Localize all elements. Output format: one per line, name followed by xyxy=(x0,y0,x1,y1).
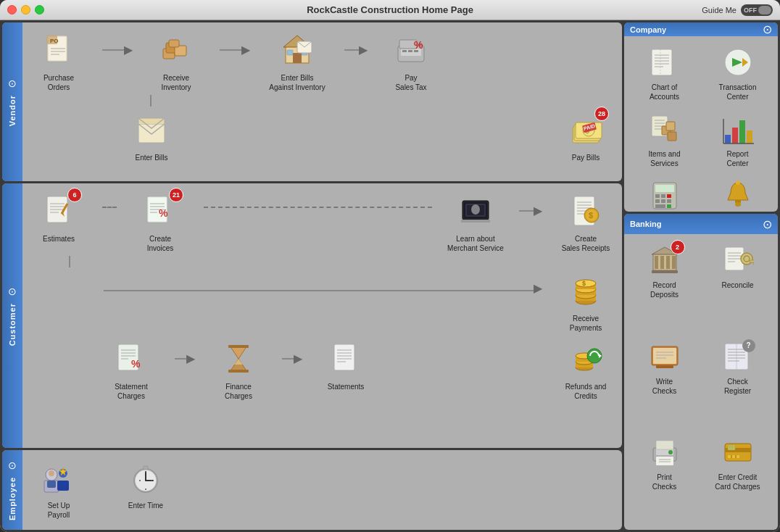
statement-charges-item[interactable]: % StatementCharges xyxy=(102,338,160,401)
chart-of-accounts-item[interactable]: Chart ofAccounts xyxy=(628,41,700,106)
record-deposits-item[interactable]: 2 RecordD xyxy=(628,238,700,333)
reconcile-item[interactable]: Reconcile xyxy=(702,238,773,333)
arrow-sc-fc: ▶ xyxy=(175,352,195,365)
enter-credit-card-icon-box xyxy=(721,435,755,470)
svg-rect-99 xyxy=(57,481,69,491)
write-checks-icon xyxy=(649,341,681,373)
record-deposits-label: RecordDeposits xyxy=(650,280,679,299)
finance-charges-icon-box xyxy=(218,338,259,379)
receive-payments-icon: $ xyxy=(568,273,603,308)
purchase-orders-icon-box: PO xyxy=(38,30,79,70)
transaction-center-item[interactable]: TransactionCenter xyxy=(702,41,773,106)
check-register-item[interactable]: ? CheckRegi xyxy=(702,335,773,430)
receive-payments-item[interactable]: $ ReceivePayments xyxy=(557,270,615,333)
pay-bills-icon-box: 28 $ PAID xyxy=(565,109,606,150)
employee-tab[interactable]: ⊙ Employee xyxy=(2,450,22,530)
refunds-credits-icon-box xyxy=(565,338,606,379)
pay-sales-tax-label: PaySales Tax xyxy=(395,73,426,92)
statement-charges-icon-box: % xyxy=(111,338,152,379)
merchant-service-item[interactable]: Learn aboutMerchant Service xyxy=(447,191,505,253)
report-center-item[interactable]: ReportCenter xyxy=(702,107,773,173)
maximize-button[interactable] xyxy=(35,5,44,14)
enter-time-icon xyxy=(128,460,163,495)
estimates-label: Estimates xyxy=(43,234,75,244)
h-connector-row2 xyxy=(104,290,534,291)
vendor-content: PO PurchaseOrders ▶ xyxy=(22,22,622,181)
employee-section: ⊙ Employee xyxy=(2,450,622,530)
minimize-button[interactable] xyxy=(21,5,30,14)
vendor-chevron-icon: ⊙ xyxy=(8,78,17,89)
reminders-item[interactable]: Reminders xyxy=(702,174,773,212)
svg-rect-130 xyxy=(739,120,745,144)
adjust-quantity-item[interactable]: Adjust QuantityOn Hand xyxy=(628,174,700,212)
arrow-icon5: ▶ xyxy=(534,281,542,295)
employee-chevron-icon: ⊙ xyxy=(8,460,17,471)
write-checks-item[interactable]: WriteChecks xyxy=(628,335,700,430)
vendor-label: Vendor xyxy=(8,95,17,126)
pay-sales-tax-icon-box: % xyxy=(391,30,431,70)
set-up-payroll-label: Set UpPayroll xyxy=(48,501,70,520)
vendor-tab[interactable]: ⊙ Vendor xyxy=(2,22,22,181)
svg-rect-186 xyxy=(728,455,731,458)
pay-bills-item[interactable]: 28 $ PAID xyxy=(557,109,615,162)
finance-charges-icon xyxy=(221,341,256,376)
print-checks-label: PrintChecks xyxy=(652,473,676,491)
customer-tab[interactable]: ⊙ Customer xyxy=(2,183,22,448)
arrow-icon: ▶ xyxy=(124,43,133,57)
statements-item[interactable]: Statements xyxy=(317,338,375,391)
svg-rect-150 xyxy=(660,256,664,269)
enter-bills-inventory-item[interactable]: Enter BillsAgainst Inventory xyxy=(265,30,330,92)
question-mark: ? xyxy=(746,341,750,349)
items-services-icon-box xyxy=(647,112,682,146)
svg-rect-10 xyxy=(169,40,179,47)
svg-rect-97 xyxy=(47,481,56,488)
banking-header: Banking ⊙ xyxy=(624,214,778,234)
enter-credit-card-item[interactable]: Enter CreditCard Charges xyxy=(702,431,773,525)
refunds-credits-item[interactable]: Refunds andCredits xyxy=(557,338,615,401)
create-invoices-icon-box: 21 % xyxy=(140,191,181,231)
pay-sales-tax-item[interactable]: % PaySales Tax xyxy=(382,30,440,92)
svg-rect-135 xyxy=(655,185,674,192)
svg-rect-188 xyxy=(737,455,739,458)
close-button[interactable] xyxy=(7,5,17,14)
svg-rect-187 xyxy=(732,455,735,458)
estimates-item[interactable]: 6 xyxy=(30,191,88,244)
statements-icon xyxy=(328,341,363,376)
ai7: ▶ xyxy=(294,352,302,365)
vertical-connector xyxy=(131,95,615,107)
svg-rect-19 xyxy=(402,50,407,52)
reconcile-icon xyxy=(722,244,754,276)
svg-rect-20 xyxy=(408,50,412,52)
receive-payments-icon-box: $ xyxy=(565,270,606,311)
window-title: RockCastle Construction Home Page xyxy=(307,4,473,15)
purchase-orders-item[interactable]: PO PurchaseOrders xyxy=(30,30,88,92)
enter-bills-inv-icon-box xyxy=(277,30,318,70)
print-checks-icon xyxy=(649,436,681,468)
merchant-service-label: Learn aboutMerchant Service xyxy=(447,234,504,253)
print-checks-item[interactable]: PrintChecks xyxy=(628,431,700,525)
create-invoices-item[interactable]: 21 % xyxy=(131,191,189,253)
svg-rect-139 xyxy=(655,199,660,203)
connector-line xyxy=(102,49,124,51)
title-bar: RockCastle Construction Home Page Guide … xyxy=(0,0,780,20)
items-services-icon xyxy=(649,113,681,145)
svg-rect-14 xyxy=(287,50,293,55)
set-up-payroll-item[interactable]: Set UpPayroll xyxy=(30,457,88,520)
refunds-credits-label: Refunds andCredits xyxy=(565,382,607,401)
statement-charges-icon: % xyxy=(114,341,149,376)
merchant-service-icon-box xyxy=(455,191,496,231)
svg-rect-149 xyxy=(655,256,658,269)
enter-bills-item[interactable]: Enter Bills xyxy=(123,109,181,162)
finance-charges-item[interactable]: FinanceCharges xyxy=(209,338,267,401)
items-services-item[interactable]: Items andServices xyxy=(628,107,700,173)
receive-inventory-item[interactable]: ReceiveInventory xyxy=(147,30,205,92)
enter-time-icon-box xyxy=(125,457,166,498)
enter-time-item[interactable]: Enter Time xyxy=(117,457,175,510)
guide-me-toggle[interactable]: OFF xyxy=(741,4,773,16)
svg-rect-127 xyxy=(668,132,676,141)
reconcile-label: Reconcile xyxy=(722,280,754,290)
create-sales-receipts-item[interactable]: $ CreateSales Receipts xyxy=(557,191,615,253)
customer-content: 6 xyxy=(22,183,622,448)
employee-label: Employee xyxy=(8,477,17,520)
customer-section: ⊙ Customer 6 xyxy=(2,183,622,448)
